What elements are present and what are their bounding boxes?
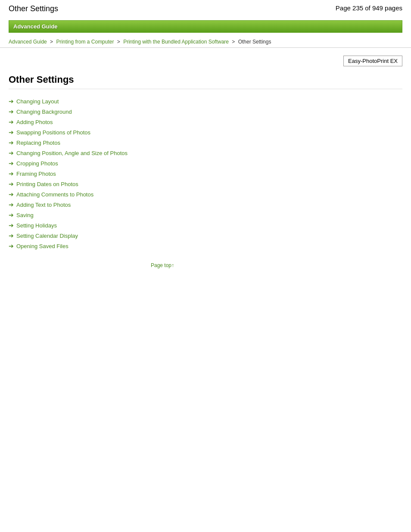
advanced-guide-label: Advanced Guide	[13, 23, 58, 30]
breadcrumb-printing-bundled[interactable]: Printing with the Bundled Application So…	[123, 39, 229, 45]
list-item: ➔ Changing Position, Angle and Size of P…	[9, 149, 402, 156]
page-title: Other Settings	[9, 74, 402, 89]
list-item: ➔ Adding Text to Photos	[9, 201, 402, 208]
arrow-icon: ➔	[9, 118, 14, 125]
list-item: ➔ Cropping Photos	[9, 160, 402, 167]
list-item: ➔ Saving	[9, 212, 402, 218]
link-setting-holidays[interactable]: Setting Holidays	[16, 222, 57, 229]
page-top-link[interactable]: Page top↑	[151, 262, 174, 268]
link-adding-text[interactable]: Adding Text to Photos	[16, 202, 71, 208]
list-item: ➔ Setting Holidays	[9, 222, 402, 229]
page-info: Page 235 of 949 pages	[336, 4, 402, 12]
link-changing-background[interactable]: Changing Background	[16, 109, 72, 115]
page-header: Other Settings Page 235 of 949 pages	[0, 0, 411, 17]
link-swapping-positions[interactable]: Swapping Positions of Photos	[16, 129, 90, 136]
arrow-icon: ➔	[9, 160, 14, 167]
arrow-icon: ➔	[9, 149, 14, 156]
link-changing-position[interactable]: Changing Position, Angle and Size of Pho…	[16, 150, 128, 156]
breadcrumb-printing-from[interactable]: Printing from a Computer	[56, 39, 114, 45]
list-item: ➔ Replacing Photos	[9, 139, 402, 146]
arrow-icon: ➔	[9, 139, 14, 146]
link-list: ➔ Changing Layout ➔ Changing Background …	[9, 98, 402, 249]
arrow-icon: ➔	[9, 108, 14, 115]
link-printing-dates[interactable]: Printing Dates on Photos	[16, 181, 78, 187]
breadcrumb-separator-3: >	[232, 39, 236, 45]
arrow-icon: ➔	[9, 222, 14, 229]
arrow-icon: ➔	[9, 201, 14, 208]
list-item: ➔ Changing Background	[9, 108, 402, 115]
link-saving[interactable]: Saving	[16, 212, 34, 218]
link-attaching-comments[interactable]: Attaching Comments to Photos	[16, 191, 93, 198]
list-item: ➔ Swapping Positions of Photos	[9, 129, 402, 136]
advanced-guide-banner: Advanced Guide	[9, 20, 402, 33]
page-title-header: Other Settings	[9, 4, 58, 13]
arrow-icon: ➔	[9, 170, 14, 177]
breadcrumb-separator-2: >	[117, 39, 121, 45]
list-item: ➔ Changing Layout	[9, 98, 402, 105]
list-item: ➔ Attaching Comments to Photos	[9, 191, 402, 198]
product-badge-container: Easy-PhotoPrint EX	[0, 52, 411, 70]
arrow-icon: ➔	[9, 243, 14, 249]
arrow-icon: ➔	[9, 180, 14, 187]
link-setting-calendar[interactable]: Setting Calendar Display	[16, 233, 78, 239]
main-content: Other Settings ➔ Changing Layout ➔ Chang…	[0, 74, 411, 268]
breadcrumb-advanced-guide[interactable]: Advanced Guide	[9, 39, 47, 45]
list-item: ➔ Printing Dates on Photos	[9, 180, 402, 187]
list-item: ➔ Framing Photos	[9, 170, 402, 177]
arrow-icon: ➔	[9, 129, 14, 136]
link-opening-saved[interactable]: Opening Saved Files	[16, 243, 68, 249]
breadcrumb-separator-1: >	[50, 39, 54, 45]
link-replacing-photos[interactable]: Replacing Photos	[16, 140, 60, 146]
breadcrumb-current: Other Settings	[238, 39, 271, 45]
link-changing-layout[interactable]: Changing Layout	[16, 98, 59, 105]
breadcrumb: Advanced Guide > Printing from a Compute…	[0, 36, 411, 48]
arrow-icon: ➔	[9, 98, 14, 105]
list-item: ➔ Setting Calendar Display	[9, 232, 402, 239]
arrow-icon: ➔	[9, 212, 14, 218]
page-top-container: Page top↑	[9, 262, 402, 268]
link-cropping-photos[interactable]: Cropping Photos	[16, 160, 58, 167]
list-item: ➔ Adding Photos	[9, 118, 402, 125]
link-framing-photos[interactable]: Framing Photos	[16, 171, 56, 177]
product-badge: Easy-PhotoPrint EX	[343, 56, 402, 66]
link-adding-photos[interactable]: Adding Photos	[16, 119, 53, 125]
list-item: ➔ Opening Saved Files	[9, 243, 402, 249]
arrow-icon: ➔	[9, 232, 14, 239]
arrow-icon: ➔	[9, 191, 14, 198]
